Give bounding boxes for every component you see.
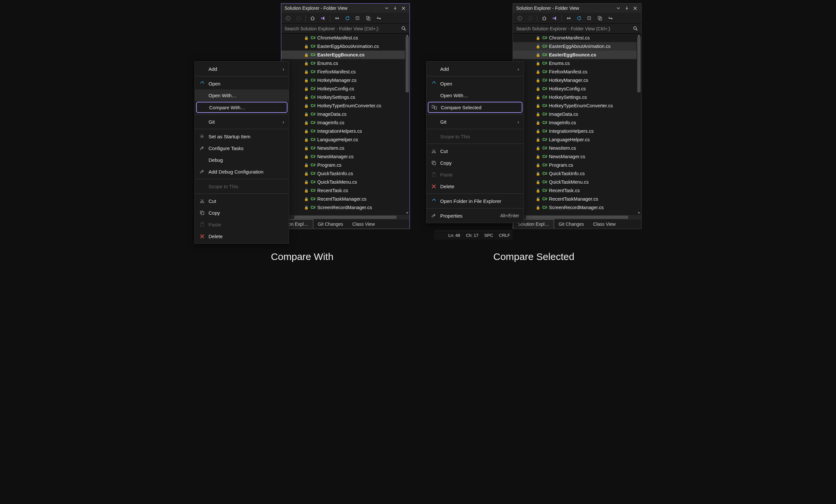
properties-icon[interactable] [607, 15, 614, 22]
file-row[interactable]: 🔒C#QuickTaskInfo.cs [281, 169, 410, 178]
sync-icon[interactable] [565, 15, 572, 22]
dropdown-icon[interactable] [385, 6, 391, 10]
file-row[interactable]: 🔒C#FirefoxManifest.cs [513, 67, 641, 76]
file-row[interactable]: 🔒C#HotkeysConfig.cs [513, 84, 641, 93]
menu-add-debug[interactable]: Add Debug Configuration [195, 166, 289, 177]
file-row[interactable]: 🔒C#EasterEggAboutAnimation.cs [281, 42, 410, 51]
file-row[interactable]: 🔒C#RecentTask.cs [513, 186, 641, 195]
menu-debug[interactable]: Debug [195, 154, 289, 166]
file-row[interactable]: 🔒C#ImageData.cs [281, 110, 410, 118]
file-row[interactable]: 🔒C#Enums.cs [281, 59, 410, 67]
pin-icon[interactable] [393, 6, 399, 10]
file-row[interactable]: 🔒C#QuickTaskMenu.cs [281, 178, 410, 186]
menu-copy[interactable]: Copy [426, 157, 524, 169]
menu-add[interactable]: Add› [426, 63, 524, 75]
dropdown-icon[interactable] [616, 6, 622, 10]
menu-open[interactable]: Open [426, 78, 524, 90]
file-row[interactable]: 🔒C#ImageData.cs [513, 110, 641, 118]
horizontal-scrollbar[interactable] [513, 215, 641, 219]
file-row[interactable]: 🔒C#HotkeyTypeEnumConverter.cs [281, 101, 410, 110]
file-row[interactable]: 🔒C#RecentTask.cs [281, 186, 410, 195]
file-list[interactable]: 🔒C#ChromeManifest.cs🔒C#EasterEggAboutAni… [281, 34, 410, 215]
file-row[interactable]: 🔒C#FirefoxManifest.cs [281, 67, 410, 76]
menu-set-startup[interactable]: Set as Startup Item [195, 131, 289, 142]
file-row[interactable]: 🔒C#HotkeysConfig.cs [281, 84, 410, 93]
menu-copy[interactable]: Copy [195, 207, 289, 218]
refresh-icon[interactable] [344, 15, 351, 22]
file-row[interactable]: 🔒C#RecentTaskManager.cs [281, 195, 410, 203]
close-icon[interactable] [402, 6, 407, 10]
menu-cut[interactable]: Cut [426, 145, 524, 157]
file-row[interactable]: 🔒C#NewsManager.cs [281, 152, 410, 161]
file-list[interactable]: 🔒C#ChromeManifest.cs🔒C#EasterEggAboutAni… [513, 34, 641, 215]
file-row[interactable]: 🔒C#HotkeyManager.cs [513, 76, 641, 84]
file-row[interactable]: 🔒C#EasterEggAboutAnimation.cs [513, 42, 641, 51]
file-row[interactable]: 🔒C#Program.cs [513, 161, 641, 169]
menu-open-with[interactable]: Open With… [426, 90, 524, 101]
file-row[interactable]: 🔒C#IntegrationHelpers.cs [513, 127, 641, 135]
file-row[interactable]: 🔒C#EasterEggBounce.cs [513, 51, 641, 59]
file-row[interactable]: 🔒C#ScreenRecordManager.cs [281, 203, 410, 212]
menu-git[interactable]: Git› [426, 116, 524, 128]
tab-git-changes[interactable]: Git Changes [554, 219, 589, 229]
menu-add[interactable]: Add› [195, 63, 289, 75]
menu-compare-with[interactable]: Compare With… [196, 102, 287, 113]
file-row[interactable]: 🔒C#LanguageHelper.cs [281, 135, 410, 144]
home-icon[interactable] [541, 15, 548, 22]
menu-open[interactable]: Open [195, 78, 289, 90]
file-row[interactable]: 🔒C#HotkeySettings.cs [281, 93, 410, 101]
refresh-icon[interactable] [576, 15, 583, 22]
tab-class-view[interactable]: Class View [589, 219, 620, 229]
file-row[interactable]: 🔒C#NewsItem.cs [281, 144, 410, 152]
file-row[interactable]: 🔒C#Enums.cs [513, 59, 641, 67]
menu-compare-selected[interactable]: Compare Selected [428, 102, 522, 113]
forward-icon[interactable] [527, 15, 534, 22]
collapse-icon[interactable] [354, 15, 362, 22]
menu-git[interactable]: Git› [195, 116, 289, 128]
show-all-icon[interactable] [596, 15, 604, 22]
menu-open-folder[interactable]: Open Folder in File Explorer [426, 195, 524, 207]
collapse-icon[interactable] [586, 15, 593, 22]
menu-properties[interactable]: PropertiesAlt+Enter [426, 210, 524, 221]
search-input[interactable]: Search Solution Explorer - Folder View (… [513, 24, 641, 34]
file-row[interactable]: 🔒C#IntegrationHelpers.cs [281, 127, 410, 135]
menu-delete[interactable]: Delete [195, 230, 289, 242]
file-row[interactable]: 🔒C#QuickTaskMenu.cs [513, 178, 641, 186]
tab-git-changes[interactable]: Git Changes [313, 219, 348, 229]
file-row[interactable]: 🔒C#ImageInfo.cs [513, 118, 641, 127]
back-icon[interactable] [516, 15, 524, 22]
close-icon[interactable] [633, 6, 639, 10]
file-row[interactable]: 🔒C#QuickTaskInfo.cs [513, 169, 641, 178]
sync-icon[interactable] [334, 15, 341, 22]
vs-icon[interactable] [320, 15, 327, 22]
show-all-icon[interactable] [365, 15, 372, 22]
file-row[interactable]: 🔒C#LanguageHelper.cs [513, 135, 641, 144]
properties-icon[interactable] [375, 15, 382, 22]
file-row[interactable]: 🔒C#RecentTaskManager.cs [513, 195, 641, 203]
vertical-scrollbar[interactable]: ▲▼ [405, 34, 410, 215]
search-input[interactable]: Search Solution Explorer - Folder View (… [281, 24, 410, 34]
pin-icon[interactable] [625, 6, 631, 10]
menu-open-with[interactable]: Open With… [195, 90, 289, 101]
home-icon[interactable] [309, 15, 316, 22]
menu-configure-tasks[interactable]: Configure Tasks [195, 142, 289, 154]
file-row[interactable]: 🔒C#ChromeManifest.cs [281, 34, 410, 42]
menu-cut[interactable]: Cut [195, 195, 289, 207]
file-row[interactable]: 🔒C#NewsManager.cs [513, 152, 641, 161]
file-row[interactable]: 🔒C#HotkeySettings.cs [513, 93, 641, 101]
forward-icon[interactable] [295, 15, 302, 22]
tab-class-view[interactable]: Class View [348, 219, 380, 229]
file-row[interactable]: 🔒C#HotkeyTypeEnumConverter.cs [513, 101, 641, 110]
horizontal-scrollbar[interactable] [281, 215, 410, 219]
file-row[interactable]: 🔒C#HotkeyManager.cs [281, 76, 410, 84]
menu-delete[interactable]: Delete [426, 180, 524, 192]
back-icon[interactable] [285, 15, 292, 22]
vs-icon[interactable] [551, 15, 558, 22]
file-row[interactable]: 🔒C#EasterEggBounce.cs [281, 51, 410, 59]
file-row[interactable]: 🔒C#NewsItem.cs [513, 144, 641, 152]
file-row[interactable]: 🔒C#ImageInfo.cs [281, 118, 410, 127]
file-row[interactable]: 🔒C#Program.cs [281, 161, 410, 169]
file-row[interactable]: 🔒C#ScreenRecordManager.cs [513, 203, 641, 212]
file-row[interactable]: 🔒C#ChromeManifest.cs [513, 34, 641, 42]
vertical-scrollbar[interactable]: ▲▼ [636, 34, 641, 215]
